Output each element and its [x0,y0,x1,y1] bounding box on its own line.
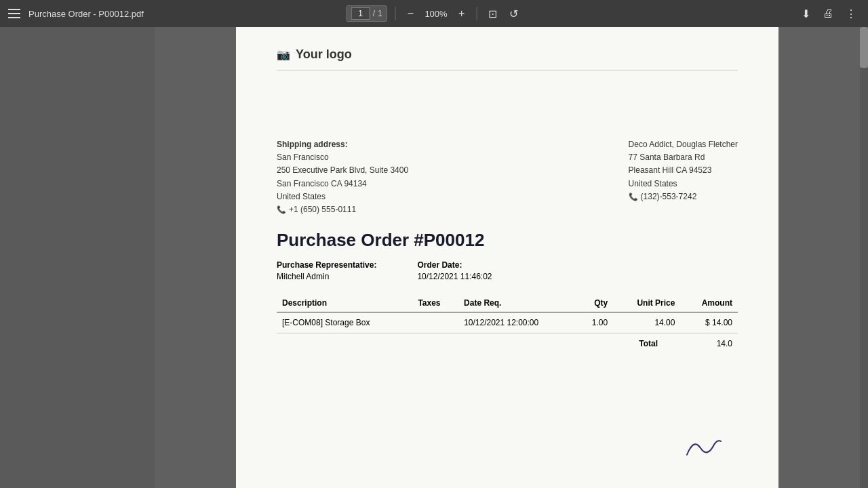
divider-2 [476,7,477,20]
logo-section: 📷 Your logo [277,47,738,70]
col-unit-price: Unit Price [613,294,680,312]
table-header-row: Description Taxes Date Req. Qty Unit Pri… [277,294,738,312]
date-label: Order Date: [417,260,492,270]
scrollbar[interactable] [860,27,868,488]
scrollbar-thumb[interactable] [860,27,868,68]
row-description: [E-COM08] Storage Box [277,312,412,333]
phone-icon-right: 📞 [629,191,638,203]
row-date-req: 10/12/2021 12:00:00 [458,312,576,333]
page-separator: / [373,9,375,18]
pdf-page: 📷 Your logo Shipping address: San Franci… [236,27,778,488]
vendor-line4: United States [629,178,738,190]
hamburger-icon[interactable] [8,9,20,18]
zoom-level: 100% [422,9,450,19]
row-amount: $ 14.00 [680,312,738,333]
zoom-in-button[interactable]: + [455,7,468,20]
logo-icon: 📷 [277,48,290,61]
vendor-phone: (132)-553-7242 [641,190,697,203]
history-button[interactable]: ↺ [506,6,521,22]
shipping-label: Shipping address: [277,138,408,151]
fit-page-button[interactable]: ⊡ [485,6,500,22]
date-section: Order Date: 10/12/2021 11:46:02 [417,260,492,282]
row-unit-price: 14.00 [613,312,680,333]
pdf-container: 📷 Your logo Shipping address: San Franci… [155,27,860,488]
vendor-line3: Pleasant Hill CA 94523 [629,164,738,177]
toolbar-right: ⬇ 🖨 ⋮ [798,6,860,22]
line-items-table: Description Taxes Date Req. Qty Unit Pri… [277,294,738,333]
col-qty: Qty [576,294,613,312]
page-total: 1 [378,9,382,18]
zoom-out-button[interactable]: − [404,7,417,20]
toolbar-center: / 1 − 100% + ⊡ ↺ [347,5,522,22]
total-label: Total [639,339,658,348]
vendor-phone-line: 📞 (132)-553-7242 [629,190,738,203]
toolbar: Purchase Order - P00012.pdf / 1 − 100% +… [0,0,868,27]
vendor-address: Deco Addict, Douglas Fletcher 77 Santa B… [629,138,738,216]
po-title: Purchase Order #P00012 [277,230,738,251]
rep-value: Mitchell Admin [277,272,329,281]
row-taxes [412,312,458,333]
print-button[interactable]: 🖨 [819,6,837,21]
logo-text: Your logo [296,47,352,62]
download-button[interactable]: ⬇ [798,6,814,22]
addresses-section: Shipping address: San Francisco 250 Exec… [277,138,738,216]
shipping-line1: San Francisco [277,151,408,164]
spacer [277,70,738,138]
page-input[interactable] [351,7,370,20]
rep-section: Purchase Representative: Mitchell Admin [277,260,376,282]
more-button[interactable]: ⋮ [842,6,860,22]
document-title: Purchase Order - P00012.pdf [28,9,144,19]
phone-icon-left: 📞 [277,204,286,216]
shipping-phone-line: 📞 +1 (650) 555-0111 [277,203,408,216]
shipping-line3: San Francisco CA 94134 [277,178,408,190]
left-panel [0,27,155,488]
shipping-line4: United States [277,190,408,203]
rep-label: Purchase Representative: [277,260,376,270]
signature-area [684,431,724,461]
col-taxes: Taxes [412,294,458,312]
shipping-address: Shipping address: San Francisco 250 Exec… [277,138,408,216]
total-row: Total 14.0 [277,333,738,354]
table-row: [E-COM08] Storage Box 10/12/2021 12:00:0… [277,312,738,333]
divider-1 [395,7,396,20]
po-meta: Purchase Representative: Mitchell Admin … [277,260,738,282]
main-area: 📷 Your logo Shipping address: San Franci… [0,27,868,488]
col-date-req: Date Req. [458,294,576,312]
col-description: Description [277,294,412,312]
page-navigation: / 1 [347,5,387,22]
date-value: 10/12/2021 11:46:02 [417,272,492,281]
vendor-line1: Deco Addict, Douglas Fletcher [629,138,738,151]
col-amount: Amount [680,294,738,312]
row-qty: 1.00 [576,312,613,333]
signature-svg [684,431,724,458]
shipping-phone: +1 (650) 555-0111 [289,203,356,216]
vendor-line2: 77 Santa Barbara Rd [629,151,738,164]
total-value: 14.0 [698,339,732,348]
shipping-line2: 250 Executive Park Blvd, Suite 3400 [277,164,408,177]
